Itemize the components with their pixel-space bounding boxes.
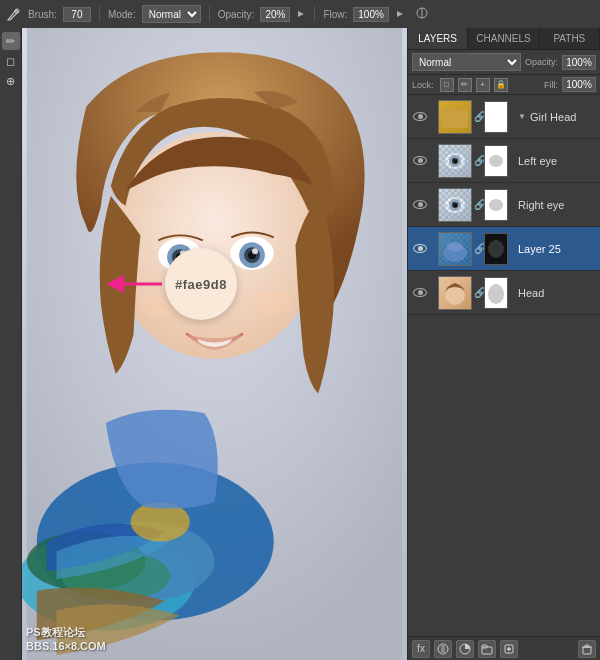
lock-image-btn[interactable]: ✏	[458, 78, 472, 92]
clone-tool-btn[interactable]: ⊕	[2, 72, 20, 90]
layer-row-girl-head[interactable]: 🔗 ▼ Girl Head	[408, 95, 600, 139]
layer-name-right-eye: Right eye	[518, 199, 596, 211]
tab-layers[interactable]: LAYERS	[408, 28, 468, 49]
layer-thumb-head	[438, 276, 472, 310]
svg-point-46	[488, 284, 504, 304]
new-layer-button[interactable]	[500, 640, 518, 658]
brush-tool-icon[interactable]	[6, 6, 22, 22]
color-swatch: #fae9d8	[165, 248, 237, 320]
airbrush-icon[interactable]	[415, 6, 429, 22]
svg-point-22	[252, 248, 258, 254]
watermark-site: PS教程论坛	[26, 625, 106, 640]
fill-label: Fill:	[544, 80, 558, 90]
group-button[interactable]	[478, 640, 496, 658]
color-hex-label: #fae9d8	[175, 277, 227, 292]
callout-arrow-icon	[107, 269, 167, 299]
brush-size-value[interactable]: 70	[63, 7, 91, 22]
panel-tabs: LAYERS CHANNELS PATHS	[408, 28, 600, 50]
visibility-icon-layer25[interactable]	[412, 241, 428, 257]
layer-mask-left-eye	[484, 145, 508, 177]
brush-tool-btn[interactable]: ✏	[2, 32, 20, 50]
svg-point-43	[488, 240, 504, 258]
opacity-value[interactable]: 100%	[562, 55, 596, 70]
layer-thumbs-left-eye: 🔗	[438, 144, 508, 178]
sep2	[209, 6, 210, 22]
layer-name-head: Head	[518, 287, 596, 299]
layer-thumbs-head: 🔗	[438, 276, 508, 310]
svg-point-34	[489, 155, 503, 167]
visibility-icon-girl-head[interactable]	[412, 109, 428, 125]
right-panel: LAYERS CHANNELS PATHS Normal Multiply Sc…	[407, 28, 600, 660]
chain-link-icon-5: 🔗	[474, 287, 482, 298]
color-callout: #fae9d8	[107, 248, 237, 320]
layer-thumb-layer25	[438, 232, 472, 266]
layer-thumbs-right-eye: 🔗	[438, 188, 508, 222]
layer-mask-head	[484, 277, 508, 309]
layer-thumb-left-eye	[438, 144, 472, 178]
visibility-icon-right-eye[interactable]	[412, 197, 428, 213]
layer-row-right-eye[interactable]: 🔗 Right eye	[408, 183, 600, 227]
lock-position-btn[interactable]: +	[476, 78, 490, 92]
layer-mask-girl-head	[484, 101, 508, 133]
left-toolbar: ✏ ◻ ⊕	[0, 28, 22, 660]
svg-rect-57	[585, 645, 589, 647]
folder-chevron-icon: ▼	[518, 112, 526, 121]
svg-marker-1	[298, 11, 304, 17]
main-area: ✏ ◻ ⊕	[0, 28, 600, 660]
delete-layer-button[interactable]	[578, 640, 596, 658]
panel-bottom-toolbar: fx	[408, 636, 600, 660]
mask-button[interactable]	[434, 640, 452, 658]
layer-thumb-girl-head	[438, 100, 472, 134]
layer-row-left-eye[interactable]: 🔗 Left eye	[408, 139, 600, 183]
eraser-tool-btn[interactable]: ◻	[2, 52, 20, 70]
layer-name-layer25: Layer 25	[518, 243, 596, 255]
visibility-icon-head[interactable]	[412, 285, 428, 301]
fx-button[interactable]: fx	[412, 640, 430, 658]
svg-rect-29	[442, 108, 454, 112]
layers-list: 🔗 ▼ Girl Head	[408, 95, 600, 636]
chain-link-icon-4: 🔗	[474, 243, 482, 254]
layer-row-layer25[interactable]: 🔗 Layer 25	[408, 227, 600, 271]
opacity-arrow-icon[interactable]	[296, 9, 306, 19]
top-toolbar: Brush: 70 Mode: Normal Opacity: 20% Flow…	[0, 0, 600, 28]
brush-label: Brush:	[28, 9, 57, 20]
tab-paths[interactable]: PATHS	[540, 28, 600, 49]
mode-select[interactable]: Normal	[142, 5, 201, 23]
opacity-label: Opacity:	[218, 9, 255, 20]
svg-point-25	[252, 291, 292, 315]
canvas-svg	[22, 28, 407, 660]
chain-link-icon-2: 🔗	[474, 155, 482, 166]
opacity-label: Opacity:	[525, 57, 558, 67]
layer-name-girl-head: Girl Head	[530, 111, 596, 123]
lock-label: Lock:	[412, 80, 434, 90]
visibility-icon-left-eye[interactable]	[412, 153, 428, 169]
svg-rect-48	[441, 644, 445, 654]
sep1	[99, 6, 100, 22]
layer-mask-layer25	[484, 233, 508, 265]
watermark: PS教程论坛 BBS.16×8.COM	[26, 625, 106, 652]
svg-rect-55	[583, 647, 591, 654]
canvas-area[interactable]: #fae9d8 PS教程论坛 BBS.16×8.COM	[22, 28, 407, 660]
lock-transparent-btn[interactable]: □	[440, 78, 454, 92]
flow-value[interactable]: 100%	[353, 7, 389, 22]
watermark-url: BBS.16×8.COM	[26, 640, 106, 652]
sep3	[314, 6, 315, 22]
fill-value[interactable]: 100%	[562, 77, 596, 92]
layer-mask-right-eye	[484, 189, 508, 221]
adjustment-button[interactable]	[456, 640, 474, 658]
layer-thumb-right-eye	[438, 188, 472, 222]
mode-label: Mode:	[108, 9, 136, 20]
svg-point-39	[489, 199, 503, 211]
folder-thumbs: 🔗	[438, 100, 508, 134]
svg-rect-28	[442, 110, 468, 128]
layer-options-row: Normal Multiply Screen Opacity: 100%	[408, 50, 600, 75]
chain-link-icon-3: 🔗	[474, 199, 482, 210]
chain-link-icon: 🔗	[474, 111, 482, 122]
flow-arrow-icon[interactable]	[395, 9, 405, 19]
layer-row-head[interactable]: 🔗 Head	[408, 271, 600, 315]
layer-thumbs-layer25: 🔗	[438, 232, 508, 266]
tab-channels[interactable]: CHANNELS	[468, 28, 539, 49]
lock-all-btn[interactable]: 🔒	[494, 78, 508, 92]
blend-mode-select[interactable]: Normal Multiply Screen	[412, 53, 521, 71]
opacity-value[interactable]: 20%	[260, 7, 290, 22]
